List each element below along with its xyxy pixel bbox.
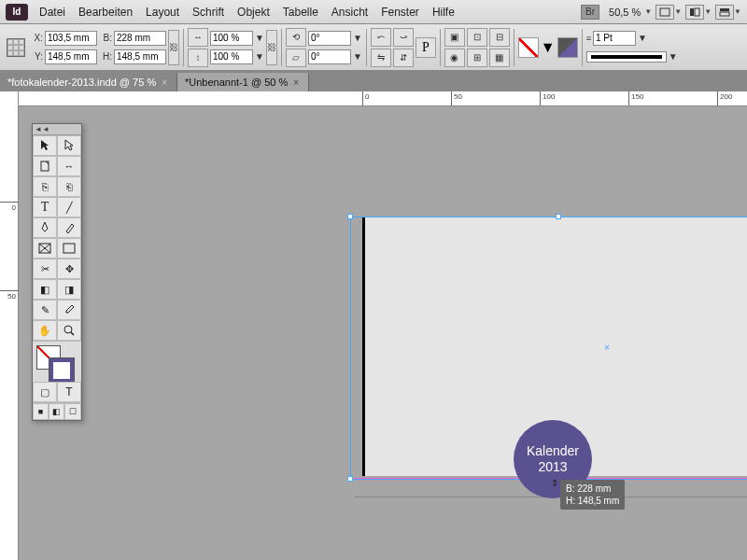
dropdown-icon[interactable]: ▼ xyxy=(541,39,556,56)
select-content-icon[interactable]: ◉ xyxy=(444,49,465,67)
resize-cursor-icon: ⇕ xyxy=(551,478,558,488)
zoom-tool[interactable] xyxy=(57,320,81,341)
fit-content-icon[interactable]: ⊡ xyxy=(467,28,487,47)
rotate-field[interactable] xyxy=(308,31,351,46)
zoom-dropdown-icon[interactable]: ▼ xyxy=(644,7,652,16)
stroke-color-swatch[interactable] xyxy=(49,358,74,383)
flip-h-icon[interactable]: ⇋ xyxy=(371,49,391,67)
scale-y-icon: ↕ xyxy=(188,49,208,67)
canvas[interactable]: × Kalender 2013 ⇕ B: 228 mm H: 148,5 mm xyxy=(19,106,747,560)
menu-edit[interactable]: Bearbeiten xyxy=(78,6,133,19)
shear-field[interactable] xyxy=(308,49,351,64)
content-placer-tool[interactable]: ⎗ xyxy=(57,176,81,197)
p-indicator-icon: P xyxy=(416,37,436,58)
selection-handle[interactable] xyxy=(347,214,353,219)
dropdown-icon[interactable]: ▼ xyxy=(734,7,741,16)
selection-handle[interactable] xyxy=(347,476,353,482)
vertical-ruler[interactable]: 0 50 xyxy=(0,91,19,560)
center-content-icon[interactable]: ⊟ xyxy=(489,28,510,47)
screen-mode-button[interactable] xyxy=(655,5,674,20)
content-collector-tool[interactable]: ⎘ xyxy=(33,176,57,197)
menu-help[interactable]: Hilfe xyxy=(432,6,455,19)
h-field[interactable] xyxy=(114,49,166,64)
pen-tool[interactable] xyxy=(33,217,57,238)
document-tabs: *fotokalender-2013.indd @ 75 %× *Unbenan… xyxy=(0,71,747,91)
y-field[interactable] xyxy=(45,49,97,64)
apply-gradient-icon[interactable]: ◧ xyxy=(49,403,64,420)
stroke-style-dropdown[interactable] xyxy=(586,51,667,63)
gap-tool[interactable]: ↔ xyxy=(57,156,81,176)
pencil-tool[interactable] xyxy=(57,217,81,238)
workspace-button[interactable] xyxy=(715,5,734,20)
svg-line-11 xyxy=(71,332,74,335)
doc-tab-active[interactable]: *Unbenannt-1 @ 50 %× xyxy=(177,73,309,91)
note-tool[interactable]: ✎ xyxy=(33,300,57,320)
reference-point[interactable] xyxy=(4,29,28,66)
menu-file[interactable]: Datei xyxy=(39,6,65,19)
link-scale-icon[interactable]: ⛓ xyxy=(266,30,277,65)
xy-group: X: Y: xyxy=(30,29,97,66)
gradient-swatch-tool[interactable]: ◧ xyxy=(33,279,57,300)
eyedropper-tool[interactable] xyxy=(57,300,81,320)
apply-color-icon[interactable]: ■ xyxy=(33,403,49,420)
stroke-weight-field[interactable] xyxy=(593,31,636,46)
fill-frame-icon[interactable]: ▦ xyxy=(489,49,510,67)
rectangle-frame-tool[interactable] xyxy=(33,238,57,259)
zoom-level-display[interactable]: 50,5 % xyxy=(609,7,641,18)
horizontal-ruler[interactable]: 0 50 100 150 200 xyxy=(19,91,747,106)
line-tool[interactable]: ╱ xyxy=(57,197,81,217)
menu-bar: Id Datei Bearbeiten Layout Schrift Objek… xyxy=(0,0,747,24)
select-container-icon[interactable]: ▣ xyxy=(444,28,465,47)
fill-stroke-swatches[interactable] xyxy=(33,341,81,382)
tools-panel[interactable]: ◄◄ ↔ ⎘ ⎗ T ╱ ✂ ✥ ◧ ◨ ✎ ✋ ▢ xyxy=(32,123,82,421)
menu-view[interactable]: Ansicht xyxy=(331,6,368,19)
svg-line-7 xyxy=(39,244,50,253)
scissors-tool[interactable]: ✂ xyxy=(33,259,57,279)
fit-frame-icon[interactable]: ⊞ xyxy=(467,49,487,67)
svg-point-10 xyxy=(64,326,72,333)
rotate-ccw-icon[interactable]: ⤺ xyxy=(371,28,391,47)
fill-swatch-none[interactable] xyxy=(518,37,539,58)
menu-layout[interactable]: Layout xyxy=(146,6,179,19)
free-transform-tool[interactable]: ✥ xyxy=(57,259,81,279)
close-icon[interactable]: × xyxy=(293,77,299,88)
close-icon[interactable]: × xyxy=(162,77,167,88)
dimension-tooltip: B: 228 mm H: 148,5 mm xyxy=(560,480,625,510)
wh-group: B: H: xyxy=(99,29,166,66)
doc-tab[interactable]: *fotokalender-2013.indd @ 75 %× xyxy=(0,73,177,91)
rotate-cw-icon[interactable]: ⤻ xyxy=(393,28,414,47)
svg-rect-5 xyxy=(41,161,49,171)
selection-tool[interactable] xyxy=(33,135,57,156)
apply-text-icon[interactable]: T xyxy=(57,382,81,402)
w-field[interactable] xyxy=(114,31,166,46)
dropdown-icon[interactable]: ▼ xyxy=(674,7,682,16)
svg-rect-6 xyxy=(39,244,50,253)
hand-tool[interactable]: ✋ xyxy=(33,320,57,341)
menu-window[interactable]: Fenster xyxy=(381,6,419,19)
flip-v-icon[interactable]: ⇵ xyxy=(393,49,414,67)
dropdown-icon[interactable]: ▼ xyxy=(704,7,712,16)
rectangle-tool[interactable] xyxy=(57,238,81,259)
scale-x-field[interactable] xyxy=(210,31,253,46)
panel-collapse-icon[interactable]: ◄◄ xyxy=(33,124,81,135)
stroke-swatch[interactable] xyxy=(557,37,578,58)
page-tool[interactable] xyxy=(33,156,57,176)
menu-object[interactable]: Objekt xyxy=(237,6,270,19)
scale-y-field[interactable] xyxy=(210,49,253,64)
gradient-feather-tool[interactable]: ◨ xyxy=(57,279,81,300)
menu-type[interactable]: Schrift xyxy=(192,6,224,19)
type-tool[interactable]: T xyxy=(33,197,57,217)
x-field[interactable] xyxy=(45,31,97,46)
apply-none-icon[interactable]: ☐ xyxy=(64,403,81,420)
scale-x-icon: ↔ xyxy=(188,28,208,47)
selection-handle[interactable] xyxy=(556,214,561,219)
apply-container-icon[interactable]: ▢ xyxy=(33,382,57,402)
svg-rect-4 xyxy=(720,12,729,16)
control-bar: X: Y: B: H: ⛓ ↔ ↕ ▼ ▼ ⛓ ⟲ ▱ ▼ ▼ ⤺ ⇋ ⤻ ⇵ … xyxy=(0,24,747,71)
link-wh-icon[interactable]: ⛓ xyxy=(168,30,179,65)
bridge-button[interactable]: Br xyxy=(581,5,599,20)
shear-icon: ▱ xyxy=(286,49,306,67)
menu-table[interactable]: Tabelle xyxy=(283,6,318,19)
arrange-button[interactable] xyxy=(685,5,704,20)
direct-selection-tool[interactable] xyxy=(57,135,81,156)
